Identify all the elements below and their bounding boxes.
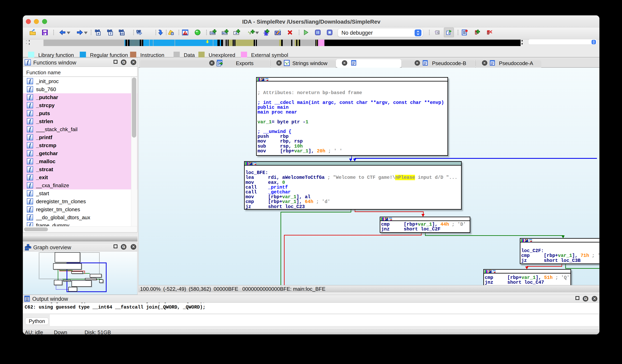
svg-text:C: C <box>437 31 439 34</box>
svg-text:T: T <box>110 32 111 35</box>
svg-text:101: 101 <box>120 32 125 35</box>
svg-text:#: # <box>97 32 99 35</box>
svg-text:A: A <box>235 32 237 35</box>
svg-text:‘s’: ‘s’ <box>285 61 289 65</box>
